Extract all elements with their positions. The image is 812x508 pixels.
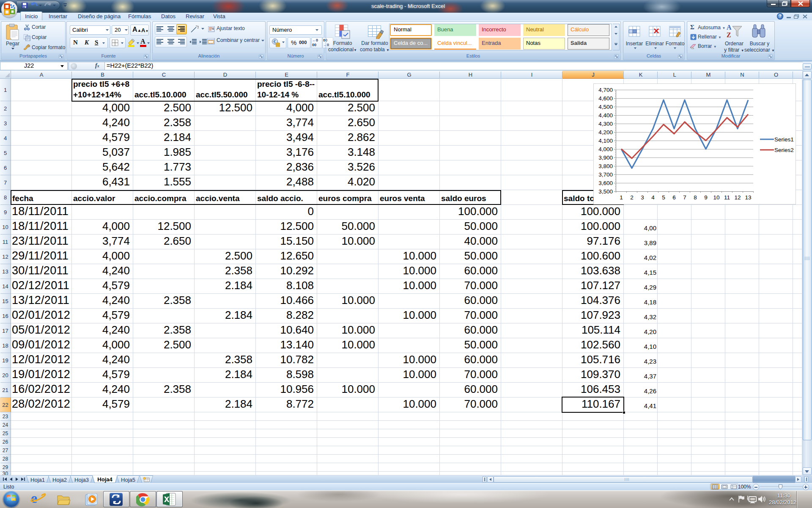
svg-text:10: 10: [713, 194, 719, 201]
svg-text:3,900: 3,900: [598, 155, 613, 161]
svg-text:8: 8: [694, 194, 697, 201]
svg-text:6: 6: [672, 194, 676, 201]
svg-text:4,000: 4,000: [598, 146, 613, 152]
svg-text:Series2: Series2: [774, 147, 794, 153]
svg-text:4,400: 4,400: [598, 112, 613, 119]
svg-text:4,600: 4,600: [598, 95, 613, 102]
svg-text:3,700: 3,700: [598, 171, 613, 178]
svg-text:3: 3: [641, 194, 644, 201]
svg-text:5: 5: [662, 194, 665, 201]
svg-text:4,500: 4,500: [598, 104, 613, 110]
svg-text:A: A: [727, 24, 732, 31]
svg-text:3,600: 3,600: [598, 180, 613, 186]
svg-text:9: 9: [704, 194, 708, 201]
svg-text:Series1: Series1: [774, 136, 794, 143]
svg-text:3,800: 3,800: [598, 163, 613, 169]
svg-text:4: 4: [651, 194, 655, 201]
svg-text:11: 11: [724, 194, 730, 201]
svg-text:Z: Z: [727, 31, 731, 39]
svg-text:1: 1: [620, 194, 623, 201]
svg-text:4,700: 4,700: [598, 87, 613, 93]
svg-text:€: €: [274, 39, 276, 44]
svg-text:4,200: 4,200: [598, 129, 613, 135]
svg-text:12: 12: [734, 194, 741, 201]
svg-text:13: 13: [745, 194, 751, 201]
svg-text:2: 2: [630, 194, 634, 201]
svg-text:7: 7: [683, 194, 686, 201]
svg-text:3,500: 3,500: [598, 188, 613, 195]
svg-text:4,100: 4,100: [598, 138, 613, 144]
svg-text:4,300: 4,300: [598, 121, 613, 127]
